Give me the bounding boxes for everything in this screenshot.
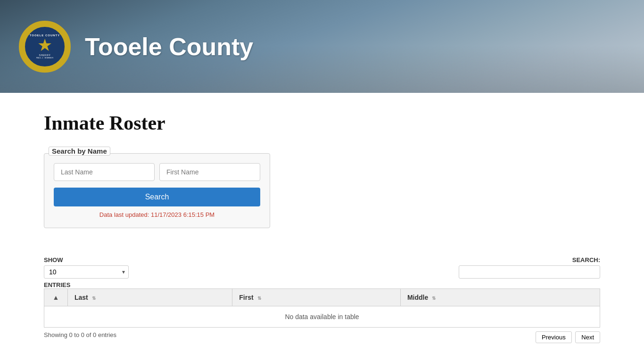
show-entries-section: SHOW 10 25 50 100 ENTRIES bbox=[44, 256, 129, 288]
search-inputs-row bbox=[54, 163, 260, 181]
site-title: Tooele County bbox=[85, 33, 253, 61]
col-header-middle[interactable]: Middle ⇅ bbox=[400, 289, 600, 306]
showing-text: Showing 0 to 0 of 0 entries bbox=[44, 331, 116, 343]
search-button[interactable]: Search bbox=[54, 188, 260, 206]
site-header: TOOELE COUNTY ★ SHERIFF PAUL J. WIMMER T… bbox=[0, 0, 644, 93]
col-middle-label: Middle bbox=[407, 294, 428, 301]
table-header-row: ▲ Last ⇅ First ⇅ Middle ⇅ bbox=[44, 289, 600, 306]
logo-text-name: PAUL J. WIMMER bbox=[36, 57, 54, 59]
table-search-section: SEARCH: bbox=[459, 256, 600, 279]
pagination-controls: Previous Next bbox=[536, 331, 600, 343]
col-header-num[interactable]: ▲ bbox=[44, 289, 68, 306]
col-last-label: Last bbox=[74, 294, 88, 301]
inmate-table: ▲ Last ⇅ First ⇅ Middle ⇅ No data availa… bbox=[44, 288, 600, 328]
table-header: ▲ Last ⇅ First ⇅ Middle ⇅ bbox=[44, 289, 600, 306]
table-footer: Showing 0 to 0 of 0 entries Previous Nex… bbox=[44, 331, 600, 343]
entries-select[interactable]: 10 25 50 100 bbox=[44, 265, 129, 279]
previous-button[interactable]: Previous bbox=[536, 331, 572, 343]
table-body: No data available in table bbox=[44, 306, 600, 328]
main-content: Inmate Roster Search by Name Search Data… bbox=[16, 93, 628, 362]
col-header-first[interactable]: First ⇅ bbox=[232, 289, 401, 306]
last-name-input[interactable] bbox=[54, 163, 155, 181]
first-name-input[interactable] bbox=[159, 163, 260, 181]
no-data-cell: No data available in table bbox=[44, 306, 600, 328]
col-header-last[interactable]: Last ⇅ bbox=[68, 289, 232, 306]
next-button[interactable]: Next bbox=[575, 331, 600, 343]
search-by-name-box: Search by Name Search Data last updated:… bbox=[44, 153, 270, 228]
entries-select-wrapper: 10 25 50 100 bbox=[44, 265, 129, 279]
sort-icon-last: ⇅ bbox=[92, 296, 96, 301]
table-controls: SHOW 10 25 50 100 ENTRIES SEARCH: bbox=[44, 256, 600, 288]
sort-icon-middle: ⇅ bbox=[432, 296, 436, 301]
search-by-name-legend: Search by Name bbox=[49, 147, 110, 156]
logo-star-icon: ★ bbox=[37, 37, 52, 54]
table-search-label: SEARCH: bbox=[572, 256, 600, 263]
page-title: Inmate Roster bbox=[44, 112, 600, 134]
entries-label: ENTRIES bbox=[44, 281, 129, 288]
table-search-input[interactable] bbox=[459, 265, 600, 279]
show-label: SHOW bbox=[44, 256, 129, 263]
search-by-name-container: Search by Name Search Data last updated:… bbox=[44, 153, 270, 228]
sort-up-icon: ▲ bbox=[53, 294, 59, 301]
col-first-label: First bbox=[239, 294, 253, 301]
header-logo: TOOELE COUNTY ★ SHERIFF PAUL J. WIMMER bbox=[19, 21, 71, 73]
last-updated-text: Data last updated: 11/17/2023 6:15:15 PM bbox=[54, 211, 260, 218]
no-data-row: No data available in table bbox=[44, 306, 600, 328]
sort-icon-first: ⇅ bbox=[257, 296, 261, 301]
